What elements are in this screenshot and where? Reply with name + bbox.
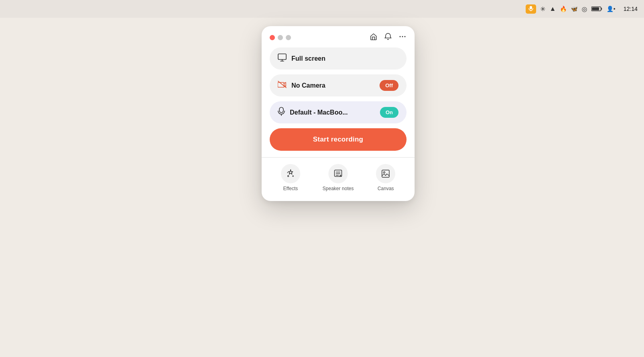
microphone-option[interactable]: Default - MacBoo... On <box>270 101 407 123</box>
camera-off-icon <box>278 81 287 90</box>
menubar-battery <box>591 6 603 12</box>
toolbar-divider <box>262 157 415 158</box>
monitor-icon <box>278 53 287 64</box>
start-recording-button[interactable]: Start recording <box>270 128 407 151</box>
menubar-user-icon[interactable]: 👤• <box>607 6 615 12</box>
microphone-toggle[interactable]: On <box>380 107 398 118</box>
menu-bar: ✳ ▲ 🔥 🦋 ◎ 👤• 12:14 <box>0 0 644 18</box>
menubar-sun-icon[interactable]: ✳ <box>540 5 545 13</box>
svg-point-6 <box>402 36 403 37</box>
notification-icon[interactable] <box>384 33 392 43</box>
canvas-label: Canvas <box>378 186 394 191</box>
menubar-target-icon[interactable]: ◎ <box>582 5 587 13</box>
speaker-notes-icon-container <box>328 164 348 183</box>
menubar-flame-icon[interactable]: 🔥 <box>560 6 567 12</box>
home-icon[interactable] <box>369 33 378 43</box>
effects-icon-container <box>281 164 300 183</box>
svg-point-13 <box>293 176 293 176</box>
maximize-button[interactable] <box>286 35 291 40</box>
menubar-time: 12:14 <box>623 6 638 12</box>
svg-rect-0 <box>530 6 532 9</box>
speaker-notes-toolbar-item[interactable]: Speaker notes <box>322 164 353 191</box>
svg-point-19 <box>384 172 385 173</box>
content-area: Full screen No Camera Off <box>262 47 415 157</box>
svg-point-5 <box>400 36 401 37</box>
menubar-icons: ✳ ▲ 🔥 🦋 ◎ 👤• <box>526 4 615 14</box>
svg-rect-10 <box>279 107 283 113</box>
camera-toggle[interactable]: Off <box>380 80 398 91</box>
effects-toolbar-item[interactable]: Effects <box>281 164 300 191</box>
fullscreen-option[interactable]: Full screen <box>270 47 407 70</box>
popup-window: Full screen No Camera Off <box>262 26 415 201</box>
canvas-icon-container <box>376 164 395 183</box>
svg-point-7 <box>405 36 406 37</box>
speaker-notes-label: Speaker notes <box>322 186 353 191</box>
camera-option[interactable]: No Camera Off <box>270 74 407 96</box>
menubar-butterfly-icon[interactable]: 🦋 <box>571 6 578 12</box>
svg-rect-3 <box>601 8 602 10</box>
menubar-droplet-icon[interactable]: ▲ <box>549 5 556 12</box>
menubar-microphone-icon[interactable] <box>526 4 536 14</box>
svg-rect-8 <box>278 54 286 60</box>
svg-point-12 <box>287 176 289 177</box>
title-bar <box>262 26 415 47</box>
close-button[interactable] <box>270 35 275 40</box>
fullscreen-label: Full screen <box>291 55 398 62</box>
microphone-label: Default - MacBoo... <box>290 109 380 116</box>
traffic-lights <box>270 35 291 40</box>
effects-label: Effects <box>283 186 298 191</box>
more-options-icon[interactable] <box>398 33 407 43</box>
svg-rect-18 <box>382 170 389 177</box>
camera-label: No Camera <box>291 82 380 89</box>
minimize-button[interactable] <box>278 35 283 40</box>
bottom-toolbar: Effects Speaker notes <box>262 164 415 191</box>
microphone-icon <box>278 107 285 118</box>
title-bar-icons <box>369 33 407 43</box>
canvas-toolbar-item[interactable]: Canvas <box>376 164 395 191</box>
svg-rect-4 <box>592 8 599 10</box>
